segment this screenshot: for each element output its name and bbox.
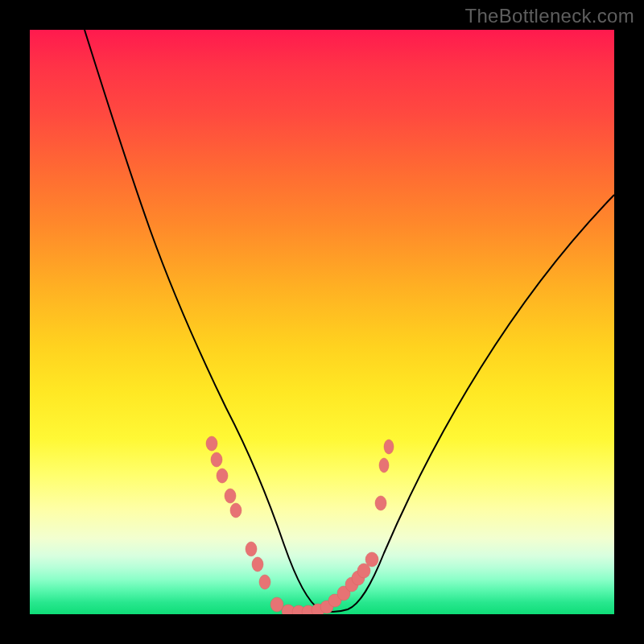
chart-frame: TheBottleneck.com [0,0,644,644]
marker [259,575,270,589]
marker [230,503,242,518]
plot-area [30,30,614,614]
marker [270,597,283,612]
marker [225,489,236,503]
marker [206,436,217,451]
marker [379,458,389,473]
marker [375,496,386,510]
marker [211,452,222,467]
marker [246,542,257,556]
marker-group [206,436,394,614]
watermark-label: TheBottleneck.com [464,5,634,27]
marker [217,469,228,483]
bottleneck-curve [30,30,614,614]
marker [384,440,394,454]
marker [365,552,378,567]
curve-path [85,30,614,612]
marker [252,557,263,572]
